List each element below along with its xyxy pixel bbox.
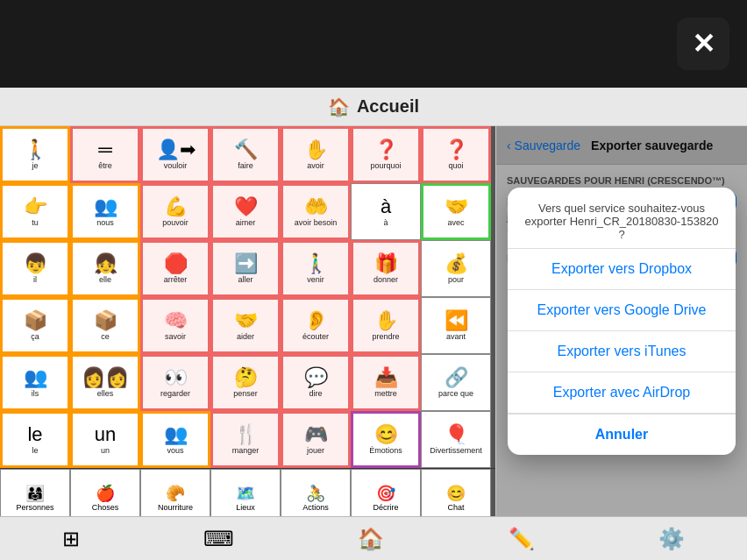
category-cell[interactable]: 🥐Nourriture	[140, 469, 210, 516]
grid-cell[interactable]: 😊Émotions	[351, 411, 421, 468]
grid-cell[interactable]: 📥mettre	[351, 354, 421, 411]
grid-row: 👦il👧elle🛑arrêter➡️aller🚶‍♂️venir🎁donner💰…	[0, 240, 495, 297]
grid-cell[interactable]: 📦ce	[70, 297, 140, 354]
grid-cell[interactable]: ❤️aimer	[210, 183, 281, 240]
cell-label: venir	[307, 275, 324, 284]
grid-cell[interactable]: 👧elle	[70, 240, 140, 297]
cell-icon: 🍴	[234, 425, 258, 444]
grid-cell[interactable]: 💬dire	[281, 354, 351, 411]
cell-icon: 👥	[94, 197, 117, 216]
cancel-button[interactable]: Annuler	[508, 413, 736, 455]
grid-cell[interactable]: 🚶je	[0, 126, 70, 183]
export-option[interactable]: Exporter avec AirDrop	[508, 372, 736, 413]
cell-icon: 👩‍👩	[82, 368, 129, 387]
cell-icon: 🎁	[374, 254, 398, 273]
cell-icon: 🎮	[304, 425, 328, 444]
grid-cell[interactable]: 👦il	[0, 240, 70, 297]
grid-cell[interactable]: 🤔penser	[210, 354, 281, 411]
grid-cell[interactable]: 🛑arrêter	[140, 240, 210, 297]
cell-label: parce que	[438, 389, 473, 398]
keyboard-icon[interactable]: ⌨	[203, 527, 234, 551]
grid-cell[interactable]: 🚶‍♂️venir	[281, 240, 351, 297]
cell-label: pourquoi	[370, 161, 401, 170]
settings-icon[interactable]: ⚙️	[658, 527, 685, 551]
grid-row: 👥ils👩‍👩elles👀regarder🤔penser💬dire📥mettre…	[0, 354, 495, 411]
grid-cell[interactable]: 📦ça	[0, 297, 70, 354]
cell-label: vouloir	[164, 161, 188, 170]
cell-label: ce	[101, 332, 110, 341]
grid-cell[interactable]: 👤➡vouloir	[140, 126, 210, 183]
grid-cell[interactable]: 🤝avec	[421, 183, 491, 240]
grid-area: 🚶je═être👤➡vouloir🔨faire✋avoir❓pourquoi❓q…	[0, 126, 495, 516]
category-cell[interactable]: 🚴Actions	[281, 469, 351, 516]
grid-cell[interactable]: ⏪avant	[421, 297, 491, 354]
cell-icon: 💪	[164, 197, 188, 216]
grid-cell[interactable]: 👉tu	[0, 183, 70, 240]
cell-icon: 🧠	[164, 311, 188, 330]
cell-label: pour	[448, 275, 464, 284]
grid-cell[interactable]: ✋prendre	[351, 297, 421, 354]
grid-cell[interactable]: 🎁donner	[351, 240, 421, 297]
grid-cell[interactable]: 👂écouter	[281, 297, 351, 354]
category-cell[interactable]: 👨‍👩‍👧Personnes	[0, 469, 70, 516]
grid-cell[interactable]: ═être	[70, 126, 140, 183]
pencil-icon[interactable]: ✏️	[509, 527, 535, 551]
home-toolbar-icon[interactable]: 🏠	[358, 527, 384, 551]
grid-cell[interactable]: lele	[0, 411, 70, 468]
grid-cell[interactable]: ❓pourquoi	[351, 126, 421, 183]
cell-icon: ❓	[374, 140, 398, 159]
close-button[interactable]: ✕	[677, 18, 729, 70]
grid-cell[interactable]: 🔗parce que	[421, 354, 491, 411]
header: 🏠 Accueil	[0, 88, 747, 126]
cell-label: le	[32, 446, 38, 455]
grid-cell[interactable]: 💰pour	[421, 240, 491, 297]
grid-cell[interactable]: ➡️aller	[210, 240, 281, 297]
cell-label: regarder	[160, 389, 190, 398]
grid-cell[interactable]: 🤝aider	[210, 297, 281, 354]
category-label: Choses	[92, 503, 119, 512]
cell-icon: 📦	[24, 311, 47, 330]
grid-cell[interactable]: 🎈Divertissement	[421, 411, 491, 468]
cell-icon: 🤝	[445, 197, 468, 216]
category-cell[interactable]: 😊Chat	[421, 469, 491, 516]
grid-cell[interactable]: àà	[351, 183, 421, 240]
cell-icon: 👉	[24, 197, 47, 216]
category-label: Chat	[447, 503, 464, 512]
grid-cell[interactable]: ❓quoi	[421, 126, 491, 183]
grid-cell[interactable]: 👥vous	[140, 411, 210, 468]
grid-cell[interactable]: unun	[70, 411, 140, 468]
cell-label: Divertissement	[430, 446, 482, 455]
grid-cell[interactable]: 🍴manger	[210, 411, 281, 468]
cell-icon: 🛑	[164, 254, 188, 273]
cell-label: elles	[97, 389, 114, 398]
cell-icon: ➡️	[234, 254, 258, 273]
grid-cell[interactable]: 🤲avoir besoin	[281, 183, 351, 240]
category-cell[interactable]: 🍎Choses	[70, 469, 140, 516]
category-cell[interactable]: 🎯Décrire	[351, 469, 421, 516]
cell-label: il	[33, 275, 37, 284]
cell-label: faire	[238, 161, 253, 170]
export-option[interactable]: Exporter vers Dropbox	[508, 249, 736, 290]
grid-row: leleunun👥vous🍴manger🎮jouer😊Émotions🎈Dive…	[0, 411, 495, 468]
category-bar: 👨‍👩‍👧Personnes🍎Choses🥐Nourriture🗺️Lieux🚴…	[0, 468, 495, 516]
grid-view-icon[interactable]: ⊞	[62, 527, 80, 551]
grid-row: 👉tu👥nous💪pouvoir❤️aimer🤲avoir besoinàà🤝a…	[0, 183, 495, 240]
cell-label: nous	[96, 218, 114, 227]
cell-icon: ✋	[304, 140, 328, 159]
grid-cell[interactable]: 🧠savoir	[140, 297, 210, 354]
right-panel: ‹ Sauvegarde Exporter sauvegarde SAUVEGA…	[495, 126, 747, 516]
category-label: Lieux	[236, 503, 255, 512]
grid-cell[interactable]: 👥ils	[0, 354, 70, 411]
grid-cell[interactable]: 💪pouvoir	[140, 183, 210, 240]
grid-cell[interactable]: 🔨faire	[210, 126, 281, 183]
grid-cell[interactable]: ✋avoir	[281, 126, 351, 183]
grid-cell[interactable]: 🎮jouer	[281, 411, 351, 468]
header-title: Accueil	[357, 96, 419, 117]
export-option[interactable]: Exporter vers Google Drive	[508, 290, 736, 331]
export-option[interactable]: Exporter vers iTunes	[508, 331, 736, 372]
export-dialog: Vers quel service souhaitez-vous exporte…	[508, 188, 736, 455]
grid-cell[interactable]: 👥nous	[70, 183, 140, 240]
grid-cell[interactable]: 👀regarder	[140, 354, 210, 411]
category-cell[interactable]: 🗺️Lieux	[210, 469, 281, 516]
grid-cell[interactable]: 👩‍👩elles	[70, 354, 140, 411]
